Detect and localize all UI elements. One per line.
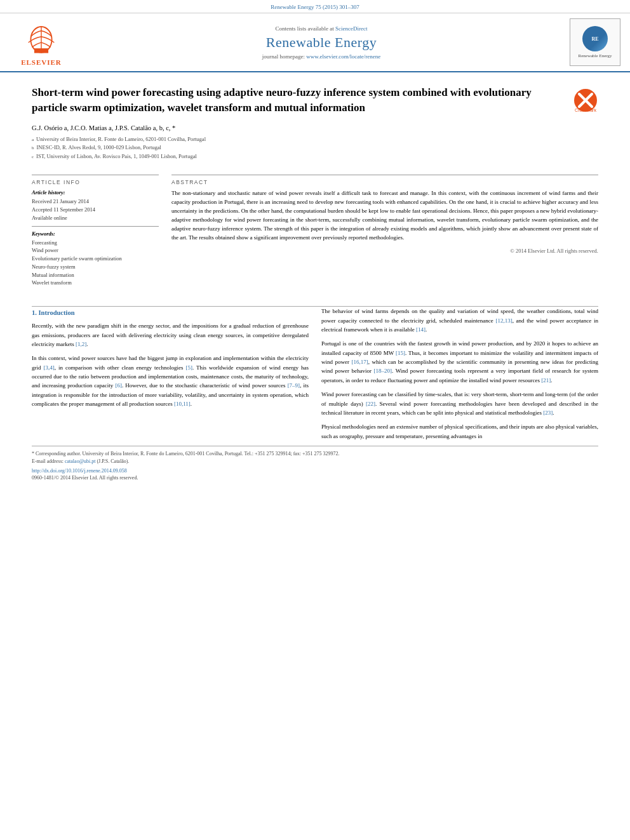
corresponding-author-note: * Corresponding author. University of Be…: [32, 450, 598, 458]
left-column: 1. Introduction Recently, with the new p…: [32, 307, 309, 446]
keyword-3: Evolutionary particle swarm optimization: [32, 255, 159, 263]
svg-text:CrossMark: CrossMark: [575, 108, 596, 112]
abstract-text: The non-stationary and stochastic nature…: [171, 189, 598, 243]
ref-7-9: [7–9]: [288, 382, 300, 389]
ref-15: [15]: [396, 350, 405, 356]
elsevier-label: ELSEVIER: [21, 58, 62, 66]
doi-link[interactable]: http://dx.doi.org/10.1016/j.renene.2014.…: [32, 468, 127, 474]
issn-line: 0960-1481/© 2014 Elsevier Ltd. All right…: [32, 475, 598, 481]
affiliation-b: INESC-ID, R. Alves Redol, 9, 1000-029 Li…: [37, 143, 161, 152]
received-date: Received 21 January 2014: [32, 197, 159, 206]
right-column: The behavior of wind farms depends on th…: [321, 307, 598, 446]
ref-1-2: [1,2]: [76, 341, 86, 347]
re-logo-icon: RE: [582, 26, 608, 51]
section-1-para2: In this context, wind power sources have…: [32, 354, 309, 408]
journal-homepage-link[interactable]: www.elsevier.com/locate/renene: [306, 53, 380, 60]
ref-18-20: [18–20]: [374, 368, 392, 374]
journal-title: Renewable Energy: [266, 34, 377, 51]
ref-3-4: [3,4]: [44, 364, 55, 371]
affiliation-c: IST, University of Lisbon, Av. Rovisco P…: [36, 152, 197, 161]
journal-header: ELSEVIER Contents lists available at Sci…: [0, 13, 630, 72]
ref-23: [23]: [543, 410, 553, 416]
footnote-section: * Corresponding author. University of Be…: [32, 446, 598, 465]
affiliation-a: University of Beira Interior, R. Fonte d…: [36, 135, 206, 144]
right-para2: Portugal is one of the countries with th…: [321, 339, 598, 385]
re-logo-text: Renewable Energy: [579, 53, 612, 58]
ref-5: [5]: [185, 364, 192, 371]
crossmark-icon: CrossMark: [573, 88, 598, 113]
abstract-panel: ABSTRACT The non-stationary and stochast…: [171, 175, 598, 287]
keyword-1: Forecasting: [32, 239, 159, 247]
journal-homepage: journal homepage: www.elsevier.com/locat…: [262, 53, 380, 60]
elsevier-tree-icon: [16, 19, 67, 57]
ref-22: [22]: [366, 401, 375, 407]
right-para3: Wind power forecasting can be classified…: [321, 390, 598, 417]
ref-16-17: [16,17]: [351, 359, 368, 365]
keyword-4: Neuro-fuzzy system: [32, 263, 159, 271]
available-online: Available online: [32, 214, 159, 222]
article-info-abstract: ARTICLE INFO Article history: Received 2…: [32, 175, 598, 287]
sciencedirect-link[interactable]: ScienceDirect: [335, 25, 367, 32]
paper-title: Short-term wind power forecasting using …: [32, 85, 563, 116]
right-para4: Physical methodologies need an extensive…: [321, 422, 598, 441]
journal-citation: Renewable Energy 75 (2015) 301–307: [0, 0, 630, 13]
section-1-para1: Recently, with the new paradigm shift in…: [32, 321, 309, 349]
section-1-heading: 1. Introduction: [32, 309, 309, 316]
copyright: © 2014 Elsevier Ltd. All rights reserved…: [171, 248, 598, 254]
ref-14: [14]: [416, 326, 426, 333]
ref-21: [21]: [541, 377, 551, 383]
keyword-2: Wind power: [32, 246, 159, 255]
accepted-date: Accepted 11 September 2014: [32, 206, 159, 214]
keywords-label: Keywords:: [32, 230, 159, 237]
ref-10-11: [10,11]: [174, 401, 191, 407]
email-line: E-mail address: catalao@ubi.pt (J.P.S. C…: [32, 458, 598, 465]
main-content: 1. Introduction Recently, with the new p…: [0, 307, 630, 446]
article-info-panel: ARTICLE INFO Article history: Received 2…: [32, 175, 159, 287]
paper-authors: G.J. Osório a, J.C.O. Matias a, J.P.S. C…: [32, 124, 563, 131]
right-para1: The behavior of wind farms depends on th…: [321, 307, 598, 334]
ref-12-13: [12,13]: [495, 317, 512, 324]
sciencedirect-label: Contents lists available at ScienceDirec…: [276, 25, 368, 32]
paper-affiliations: aUniversity of Beira Interior, R. Fonte …: [32, 135, 563, 161]
keyword-5: Mutual information: [32, 271, 159, 279]
doi-line: http://dx.doi.org/10.1016/j.renene.2014.…: [32, 465, 598, 474]
renewable-energy-logo: RE Renewable Energy: [566, 18, 624, 66]
email-link[interactable]: catalao@ubi.pt: [65, 458, 95, 464]
article-history-label: Article history:: [32, 189, 159, 196]
elsevier-logo-left: ELSEVIER: [6, 18, 76, 66]
keyword-6: Wavelet transform: [32, 279, 159, 287]
article-info-heading: ARTICLE INFO: [32, 179, 159, 185]
paper-header-section: Short-term wind power forecasting using …: [0, 72, 630, 306]
abstract-heading: ABSTRACT: [171, 179, 598, 185]
journal-center-info: Contents lists available at ScienceDirec…: [83, 18, 560, 66]
ref-6: [6]: [115, 382, 122, 389]
